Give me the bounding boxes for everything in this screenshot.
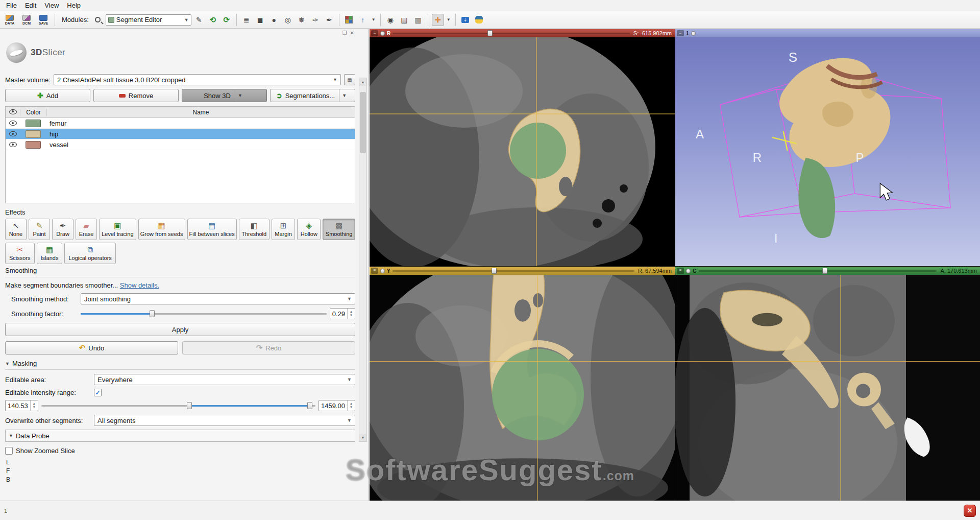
remove-segment-button[interactable]: Remove <box>93 89 179 102</box>
scene-views-button[interactable]: ▤ <box>398 14 410 26</box>
effect-hollow-button[interactable]: ◈Hollow <box>297 219 321 240</box>
data-probe-header[interactable]: ▼ Data Probe <box>5 430 355 442</box>
master-volume-combobox[interactable]: 2 ChestAbdPel soft tissue 3.0 B20f cropp… <box>54 74 341 85</box>
effect-level-tracing-button[interactable]: ▣Level tracing <box>99 219 136 240</box>
pin-icon[interactable] <box>380 31 385 36</box>
effect-threshold-button[interactable]: ◧Threshold <box>239 219 270 240</box>
green-slice-view[interactable]: ≡ G A: 170.613mm <box>675 267 980 501</box>
save-button[interactable]: SAVE <box>36 12 51 28</box>
scroll-down-arrow[interactable]: ▼ <box>359 434 366 441</box>
overwrite-segments-combobox[interactable]: All segments ▼ <box>94 415 355 426</box>
range-max-handle[interactable] <box>307 402 312 409</box>
eye-icon[interactable] <box>9 121 17 126</box>
menu-view[interactable]: View <box>40 1 63 10</box>
effect-grow-from-seeds-button[interactable]: ▦Grow from seeds <box>138 219 185 240</box>
panel-undock-icon[interactable]: ❐ <box>342 30 347 38</box>
hip-color-swatch[interactable] <box>26 130 41 138</box>
crosshair-button[interactable]: ✛ <box>432 14 444 26</box>
scroll-thumb[interactable] <box>360 92 366 153</box>
pin-icon[interactable] <box>691 31 696 36</box>
yellow-slice-view[interactable]: ≡ Y R: 67.594mm <box>370 267 675 501</box>
module-search-button[interactable] <box>92 14 104 26</box>
effect-paint-button[interactable]: ✎Paint <box>29 219 50 240</box>
editable-area-combobox[interactable]: Everywhere ▼ <box>94 374 355 385</box>
green-slice-image[interactable] <box>675 275 980 501</box>
slice-offset-slider[interactable] <box>393 33 630 34</box>
upload-button[interactable]: ↑ <box>357 14 369 26</box>
femur-color-swatch[interactable] <box>26 120 41 127</box>
show-3d-dropdown[interactable]: ▼ <box>235 89 245 102</box>
effect-fill-between-slices-button[interactable]: ▤Fill between slices <box>187 219 237 240</box>
show-zoomed-slice-checkbox[interactable] <box>5 447 13 455</box>
slice-offset-slider[interactable] <box>393 270 634 272</box>
pin-icon[interactable] <box>686 269 691 273</box>
smoothing-factor-spinbox[interactable]: 0.29 ▲▼ <box>330 308 355 319</box>
effect-logical-operators-button[interactable]: ⧉Logical operators <box>64 243 115 264</box>
slice-slider-handle[interactable] <box>822 268 827 274</box>
spinbox-arrows[interactable]: ▲▼ <box>30 400 38 411</box>
module-back-button[interactable]: ⟲ <box>207 14 219 26</box>
yellow-slice-image[interactable] <box>370 275 675 501</box>
effect-smoothing-button[interactable]: ▩Smoothing <box>323 219 355 240</box>
effect-islands-button[interactable]: ▦Islands <box>37 243 63 264</box>
fourfold-layout-button[interactable] <box>343 14 355 26</box>
ruler-button[interactable]: ▥ <box>412 14 424 26</box>
show-details-link[interactable]: Show details. <box>120 281 159 289</box>
eye-icon[interactable] <box>9 142 17 147</box>
segment-row-femur[interactable]: femur <box>6 118 355 129</box>
module-selector-combobox[interactable]: Segment Editor ▼ <box>106 14 191 26</box>
intensity-max-spinbox[interactable]: 1459.00 ▲▼ <box>318 400 355 411</box>
effect-erase-button[interactable]: ▰Erase <box>76 219 97 240</box>
vessel-color-swatch[interactable] <box>26 141 41 149</box>
crosshair-dropdown-button[interactable]: ▼ <box>446 14 452 26</box>
master-volume-options-button[interactable]: ▦ <box>344 74 355 85</box>
slider-handle[interactable] <box>150 310 155 317</box>
sphere-view-button[interactable]: ● <box>268 14 280 26</box>
effect-draw-button[interactable]: ✒Draw <box>52 219 74 240</box>
panel-close-icon[interactable]: ✕ <box>350 30 354 38</box>
red-slice-view[interactable]: ≡ R S: -615.902mm <box>370 29 675 266</box>
segment-row-vessel[interactable]: vessel <box>6 139 355 150</box>
menu-help[interactable]: Help <box>63 1 85 10</box>
apply-button[interactable]: Apply <box>5 323 355 336</box>
spinbox-arrows[interactable]: ▲▼ <box>347 309 355 319</box>
slice-slider-handle[interactable] <box>487 30 493 36</box>
effect-scissors-button[interactable]: ✂Scissors <box>5 243 35 264</box>
undo-button[interactable]: ↶ Undo <box>5 341 178 354</box>
module-history-button[interactable]: ✎ <box>193 14 205 26</box>
globe-button[interactable]: ◎ <box>282 14 294 26</box>
spinbox-arrows[interactable]: ▲▼ <box>347 400 355 411</box>
module-forward-button[interactable]: ⟳ <box>220 14 233 26</box>
intensity-min-spinbox[interactable]: 140.53 ▲▼ <box>5 400 38 411</box>
effect-margin-button[interactable]: ⊞Margin <box>272 219 295 240</box>
python-console-button[interactable] <box>473 14 485 26</box>
show-3d-button[interactable]: Show 3D ▼ <box>182 89 267 102</box>
effect-none-button[interactable]: ↖None <box>5 219 27 240</box>
transform-button[interactable]: ✒ <box>323 14 335 26</box>
segment-row-hip[interactable]: hip <box>6 129 355 139</box>
layout-list-button[interactable]: ≣ <box>240 14 253 26</box>
intensity-range-slider[interactable] <box>41 400 315 411</box>
range-min-handle[interactable] <box>187 402 192 409</box>
extensions-manager-button[interactable]: ⇣ <box>459 14 472 26</box>
smoothing-method-combobox[interactable]: Joint smoothing ▼ <box>81 293 355 304</box>
annotate-button[interactable]: ✑ <box>309 14 322 26</box>
pin-icon[interactable] <box>380 269 385 273</box>
view-menu-icon[interactable]: ≡ <box>371 268 378 274</box>
panel-scrollbar[interactable]: ▲ ▼ <box>359 78 367 442</box>
threed-scene[interactable]: S A R P I <box>675 37 980 266</box>
view-menu-icon[interactable]: ≡ <box>677 268 684 274</box>
segmentations-button[interactable]: ➲ Segmentations... ▼ <box>270 89 355 102</box>
view-menu-icon[interactable]: ≡ <box>371 30 378 36</box>
menu-edit[interactable]: Edit <box>21 1 40 10</box>
threed-view[interactable]: ≡ 1 <box>675 29 980 266</box>
red-slice-image[interactable] <box>370 37 675 266</box>
slice-offset-slider[interactable] <box>699 270 937 272</box>
close-error-button[interactable]: ✕ <box>964 505 976 517</box>
editable-intensity-checkbox[interactable]: ✓ <box>94 389 102 396</box>
slice-slider-handle[interactable] <box>492 268 497 274</box>
masking-section-header[interactable]: ▼ Masking <box>5 360 355 367</box>
menu-file[interactable]: File <box>2 1 21 10</box>
screenshot-button[interactable]: ◉ <box>384 14 397 26</box>
redo-button[interactable]: ↷ Redo <box>182 341 355 354</box>
